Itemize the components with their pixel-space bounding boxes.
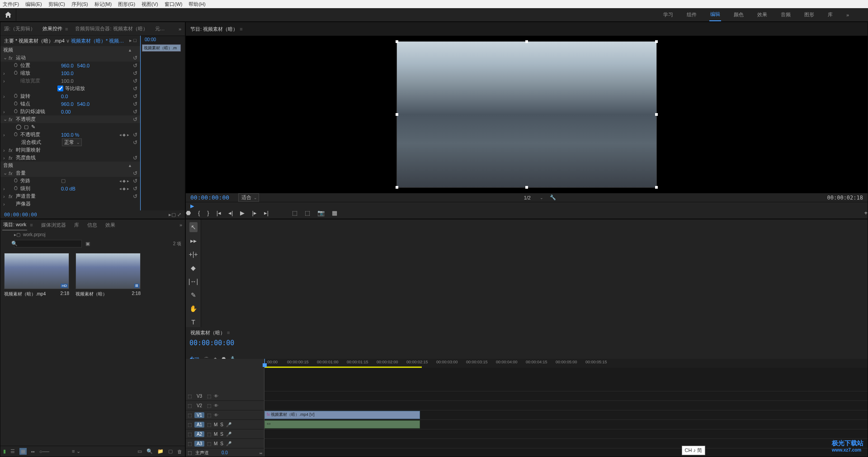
prop-anti-flicker[interactable]: ›Ö防闪烁滤镜0.00↺: [0, 108, 140, 115]
workspace-library[interactable]: 库: [827, 9, 834, 21]
track-a3[interactable]: ⬚A3⬚MS🎤: [186, 439, 264, 448]
sort-icon[interactable]: ≡ ⌄: [72, 448, 80, 454]
track-v1[interactable]: ⬚V1⬚👁: [186, 410, 264, 420]
mark-in-icon[interactable]: {: [198, 209, 200, 216]
project-search-input[interactable]: [14, 240, 82, 248]
export-frame-icon[interactable]: 📷: [317, 209, 325, 216]
freeform-view-icon[interactable]: ▪▪: [31, 449, 35, 454]
menu-edit[interactable]: 编辑(E): [25, 1, 42, 8]
playhead-head[interactable]: [263, 363, 267, 367]
razor-tool-icon[interactable]: ◆: [189, 263, 197, 273]
prop-level[interactable]: ›Ö级别0.0 dB◂ ◆ ▸↺: [0, 185, 140, 192]
effects-zoom-icons[interactable]: ▸▢ ⤢: [169, 212, 181, 218]
ripple-tool-icon[interactable]: +|+: [188, 249, 199, 259]
prop-position[interactable]: Ö位置960.0540.0↺: [0, 62, 140, 69]
fx-opacity[interactable]: ⌄fx不透明度↺: [0, 115, 140, 123]
delete-icon[interactable]: 🗑: [177, 449, 182, 454]
workspace-overflow-icon[interactable]: »: [845, 10, 850, 20]
video-clip-v1[interactable]: fx视频素材（暗）.mp4 [V]: [264, 411, 420, 419]
slip-tool-icon[interactable]: |↔|: [187, 276, 199, 286]
tabs-overflow-icon[interactable]: »: [179, 26, 181, 32]
prop-scale[interactable]: ›Ö缩放100.0↺: [0, 69, 140, 77]
fx-channel-volume[interactable]: ›fx声道音量↺: [0, 192, 140, 200]
stopwatch-icon[interactable]: Ö: [14, 63, 20, 68]
zoom-slider[interactable]: ○──: [39, 449, 49, 454]
uniform-scale-checkbox[interactable]: [57, 86, 63, 91]
collapse-icon[interactable]: ▲: [128, 48, 132, 52]
track-master[interactable]: ⬚主声道0.0⨝: [186, 448, 264, 457]
eye-icon[interactable]: 👁: [214, 394, 218, 399]
menu-sequence[interactable]: 序列(S): [71, 1, 88, 8]
prop-bypass[interactable]: Ö旁路▢◂ ◆ ▸↺: [0, 177, 140, 185]
audio-clip-a1[interactable]: ▭: [264, 420, 420, 428]
program-playhead-icon[interactable]: ▶: [190, 203, 194, 209]
clip-thumbnail-1[interactable]: HD 视频素材（暗）.mp42:18: [4, 253, 69, 297]
workspace-audio[interactable]: 音频: [780, 9, 792, 21]
video-frame[interactable]: [396, 41, 657, 188]
lock-icon[interactable]: ⬚: [188, 394, 192, 399]
step-back-icon[interactable]: ◂|: [228, 209, 233, 216]
system-menubar[interactable]: 文件(F) 编辑(E) 剪辑(C) 序列(S) 标记(M) 图形(G) 视图(V…: [0, 0, 868, 8]
sync-lock-icon[interactable]: ⬚: [207, 394, 211, 399]
track-a2[interactable]: ⬚A2⬚MS🎤: [186, 429, 264, 439]
fx-time-remap[interactable]: ›fx时间重映射: [0, 146, 140, 154]
fx-panner[interactable]: ›声像器: [0, 200, 140, 208]
step-forward-icon[interactable]: |▸: [252, 209, 256, 216]
filter-bin-icon[interactable]: ▣: [85, 241, 90, 247]
workspace-assembly[interactable]: 组件: [686, 9, 698, 21]
timeline-track-area[interactable]: fx视频素材（暗）.mp4 [V] ▭: [264, 368, 868, 457]
play-only-icon[interactable]: ▸ □: [129, 38, 137, 43]
tab-metadata[interactable]: 元…: [155, 25, 165, 32]
timeline-ruler[interactable]: :00:00 00:00:00:15 00:00:01:00 00:00:01:…: [264, 359, 868, 368]
menu-window[interactable]: 窗口(W): [165, 1, 183, 8]
prop-blend-mode[interactable]: 混合模式正常⌄↺: [0, 138, 140, 146]
reset-icon[interactable]: ↺: [133, 55, 137, 61]
go-to-in-icon[interactable]: |◂: [217, 209, 221, 216]
project-bin[interactable]: HD 视频素材（暗）.mp42:18 ⊞ 视频素材（暗）2:18 ↖: [0, 249, 185, 446]
track-v3[interactable]: ⬚V3⬚👁: [186, 391, 264, 401]
effects-timecode[interactable]: 00:00:00:00: [4, 212, 37, 218]
tab-audio-mixer[interactable]: 音频剪辑混合器: 视频素材（暗）: [75, 25, 147, 32]
program-viewer[interactable]: [186, 36, 868, 193]
menu-marker[interactable]: 标记(M): [94, 1, 112, 8]
workspace-graphics[interactable]: 图形: [803, 9, 815, 21]
settings-icon[interactable]: 🔧: [550, 195, 556, 200]
comparison-icon[interactable]: ▦: [332, 209, 337, 216]
extract-icon[interactable]: ⬚: [305, 209, 310, 216]
opacity-masks[interactable]: ◯▢✎: [0, 123, 140, 131]
sequence-thumbnail-1[interactable]: ⊞ 视频素材（暗）2:18: [75, 253, 141, 297]
play-icon[interactable]: ▶: [240, 209, 245, 216]
program-timecode-current[interactable]: 00:00:00:00: [190, 194, 229, 201]
wr-toggle-icon[interactable]: ▮: [3, 448, 6, 454]
fx-lumetri[interactable]: ›fx亮度曲线↺: [0, 154, 140, 162]
track-select-tool-icon[interactable]: ▸▸: [189, 236, 198, 246]
effects-mini-timeline[interactable]: 00:00 视频素材（暗）.m: [141, 36, 185, 210]
workspace-color[interactable]: 颜色: [733, 9, 745, 21]
new-item-icon[interactable]: ▢: [168, 448, 173, 454]
ellipse-mask-icon[interactable]: ◯: [16, 124, 21, 130]
track-v2[interactable]: ⬚V2⬚👁: [186, 401, 264, 410]
prop-uniform-scale[interactable]: 等比缩放↺: [0, 85, 140, 92]
fx-motion[interactable]: ⌄fx运动↺: [0, 54, 140, 62]
timeline-timecode[interactable]: 00:00:00:00: [189, 339, 234, 347]
prop-anchor[interactable]: Ö锚点960.0540.0↺: [0, 100, 140, 108]
selection-tool-icon[interactable]: ↖: [189, 222, 198, 232]
auto-seq-icon[interactable]: ▭: [137, 448, 142, 454]
pen-mask-icon[interactable]: ✎: [31, 124, 35, 130]
prop-rotation[interactable]: ›Ö旋转0.0↺: [0, 92, 140, 100]
tab-project[interactable]: 项目: work: [2, 219, 27, 230]
breadcrumb-sequence[interactable]: 视频素材（暗）* 视频…: [71, 38, 124, 43]
rect-mask-icon[interactable]: ▢: [24, 124, 28, 130]
menu-help[interactable]: 帮助(H): [189, 1, 205, 8]
tab-info[interactable]: 信息: [86, 220, 98, 230]
panel-menu-icon[interactable]: ≡: [65, 26, 68, 32]
type-tool-icon[interactable]: T: [190, 317, 197, 327]
add-marker-icon[interactable]: ⬣: [186, 209, 191, 216]
track-a1[interactable]: ⬚A1⬚MS🎤: [186, 420, 264, 429]
menu-file[interactable]: 文件(F): [3, 1, 19, 8]
tab-libraries[interactable]: 库: [73, 220, 80, 230]
go-to-out-icon[interactable]: ▸|: [264, 209, 269, 216]
tab-effects[interactable]: 效果: [104, 220, 116, 230]
workspace-edit[interactable]: 编辑: [709, 8, 721, 21]
mini-timeline-clip[interactable]: 视频素材（暗）.m: [142, 44, 181, 52]
